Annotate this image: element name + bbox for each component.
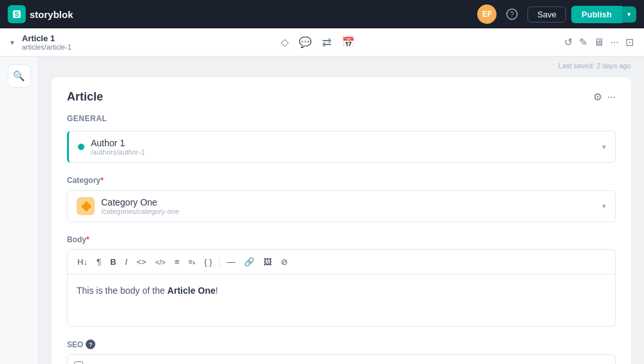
toolbar-divider xyxy=(219,257,220,267)
category-section: Category* 🔶 Category One /categories/cat… xyxy=(67,176,616,222)
seo-section: SEO ? xyxy=(67,340,616,364)
app-logo[interactable]: S storyblok xyxy=(8,5,73,23)
category-icon: 🔶 xyxy=(77,197,95,215)
toolbar-left: ▾ Article 1 articles/article-1 xyxy=(10,34,71,51)
hr-button[interactable]: — xyxy=(223,255,238,269)
breadcrumb-path: articles/article-1 xyxy=(22,43,71,51)
navbar: S storyblok EF ? Save Publish ▾ xyxy=(0,0,644,28)
collapse-icon[interactable]: ⊡ xyxy=(625,36,634,48)
content-area: Last saved: 2 days ago Article ⚙ ··· Gen… xyxy=(39,57,644,364)
author-field-left: Author 1 /authors/author-1 xyxy=(78,138,145,156)
category-field-left: 🔶 Category One /categories/category-one xyxy=(77,197,179,215)
settings-button[interactable]: ⚙ xyxy=(593,91,602,103)
last-saved-text: Last saved: 2 days ago xyxy=(558,62,631,70)
panel-title: Article xyxy=(67,90,103,104)
seo-empty-field xyxy=(67,354,616,364)
editor-toolbar: H↓ ¶ B I <> </> ≡ ≡₁ { } — 🔗 🖼 ⊘ xyxy=(68,250,615,274)
second-toolbar: ▾ Article 1 articles/article-1 ◇ 💬 ⇄ 📅 ↺… xyxy=(0,28,644,57)
publish-button[interactable]: Publish xyxy=(571,6,622,23)
author-chevron-icon: ▾ xyxy=(602,142,606,151)
heading-button[interactable]: H↓ xyxy=(74,255,91,269)
panel-header: Article ⚙ ··· xyxy=(67,90,616,104)
category-field[interactable]: 🔶 Category One /categories/category-one … xyxy=(67,190,616,222)
navbar-left: S storyblok xyxy=(8,5,73,23)
user-avatar[interactable]: EF xyxy=(477,5,497,24)
expand-icon[interactable]: ▾ xyxy=(10,38,14,47)
editor-content[interactable]: This is the body of the Article One! xyxy=(68,274,615,326)
calendar-icon[interactable]: 📅 xyxy=(342,36,355,48)
section-label-general: General xyxy=(67,114,616,123)
save-button[interactable]: Save xyxy=(527,6,566,23)
main-layout: 🔍 Last saved: 2 days ago Article ⚙ ··· G… xyxy=(0,57,644,364)
body-text-suffix: ! xyxy=(216,285,218,296)
body-text-prefix: This is the body of the xyxy=(77,285,167,296)
category-info: Category One /categories/category-one xyxy=(101,197,179,215)
breadcrumb: Article 1 articles/article-1 xyxy=(22,34,71,51)
bullet-list-button[interactable]: ≡ xyxy=(171,255,183,269)
block-quote-button[interactable]: { } xyxy=(201,255,215,269)
category-chevron-icon: ▾ xyxy=(602,202,606,211)
history-icon[interactable]: ↺ xyxy=(564,36,573,48)
seo-label: SEO ? xyxy=(67,340,616,349)
paragraph-button[interactable]: ¶ xyxy=(93,255,104,269)
navbar-right: EF ? Save Publish ▾ xyxy=(477,4,636,24)
author-field[interactable]: Author 1 /authors/author-1 ▾ xyxy=(67,131,616,163)
body-required-star: * xyxy=(86,235,90,244)
category-path: /categories/category-one xyxy=(101,207,179,215)
transfer-icon[interactable]: ⇄ xyxy=(322,35,332,50)
italic-button[interactable]: I xyxy=(122,255,131,269)
image-button[interactable]: 🖼 xyxy=(260,255,275,269)
remove-format-button[interactable]: ⊘ xyxy=(278,255,291,269)
category-label: Category* xyxy=(67,176,616,185)
pen-icon[interactable]: ✎ xyxy=(579,36,587,48)
rich-editor: H↓ ¶ B I <> </> ≡ ≡₁ { } — 🔗 🖼 ⊘ xyxy=(67,249,616,327)
body-label: Body* xyxy=(67,235,616,244)
svg-text:S: S xyxy=(15,11,19,18)
required-star: * xyxy=(100,176,104,185)
ordered-list-button[interactable]: ≡₁ xyxy=(185,256,198,268)
author-path: /authors/author-1 xyxy=(91,148,145,156)
logo-text: storyblok xyxy=(30,9,73,20)
category-name: Category One xyxy=(101,197,179,207)
body-text-bold: Article One xyxy=(167,285,216,296)
author-name: Author 1 xyxy=(91,138,145,148)
breadcrumb-title: Article 1 xyxy=(22,34,71,43)
help-button[interactable]: ? xyxy=(502,4,522,24)
search-button[interactable]: 🔍 xyxy=(8,64,31,88)
general-section: General Author 1 /authors/author-1 ▾ xyxy=(67,114,616,163)
logo-icon: S xyxy=(8,5,26,23)
inline-code-button[interactable]: <> xyxy=(133,255,149,269)
svg-text:?: ? xyxy=(510,10,514,18)
last-saved-bar: Last saved: 2 days ago xyxy=(52,57,631,70)
code-block-button[interactable]: </> xyxy=(152,256,169,268)
diamond-icon[interactable]: ◇ xyxy=(281,36,289,48)
author-dot xyxy=(78,144,84,150)
publish-dropdown-button[interactable]: ▾ xyxy=(622,6,636,23)
toolbar-right: ↺ ✎ 🖥 ··· ⊡ xyxy=(564,36,634,48)
editor-panel: Article ⚙ ··· General Author 1 /authors/… xyxy=(52,77,631,364)
author-info: Author 1 /authors/author-1 xyxy=(91,138,145,156)
comment-icon[interactable]: 💬 xyxy=(299,36,312,48)
search-icon: 🔍 xyxy=(13,70,25,82)
left-sidebar: 🔍 xyxy=(0,57,39,364)
toolbar-center: ◇ 💬 ⇄ 📅 xyxy=(281,35,355,50)
more-icon[interactable]: ··· xyxy=(611,37,619,48)
seo-help-icon[interactable]: ? xyxy=(86,340,95,349)
publish-group: Publish ▾ xyxy=(571,6,636,23)
desktop-icon[interactable]: 🖥 xyxy=(594,37,604,48)
link-button[interactable]: 🔗 xyxy=(241,255,258,269)
seo-checkbox[interactable] xyxy=(74,361,83,364)
body-section: Body* H↓ ¶ B I <> </> ≡ ≡₁ { } — xyxy=(67,235,616,327)
more-options-button[interactable]: ··· xyxy=(607,91,616,103)
panel-actions: ⚙ ··· xyxy=(593,91,616,103)
bold-button[interactable]: B xyxy=(107,255,119,269)
